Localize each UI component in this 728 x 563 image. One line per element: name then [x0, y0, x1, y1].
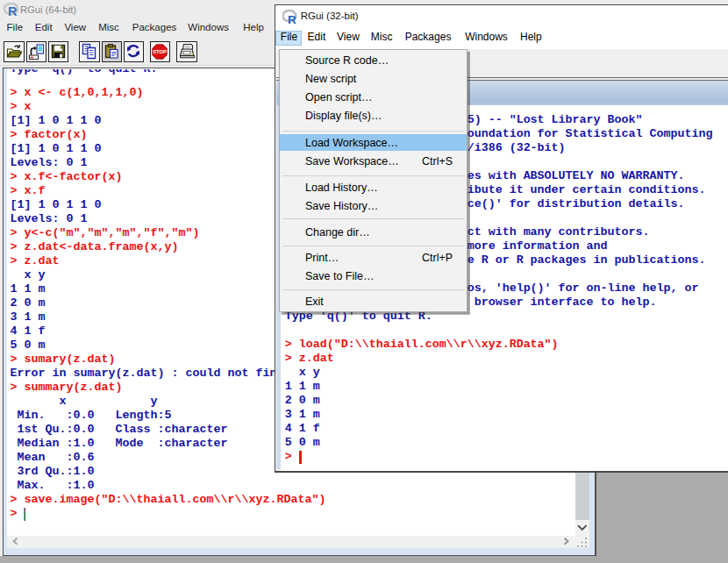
svg-text:R: R	[7, 4, 17, 18]
svg-text:R: R	[287, 12, 296, 25]
svg-text:STOP: STOP	[153, 49, 167, 54]
